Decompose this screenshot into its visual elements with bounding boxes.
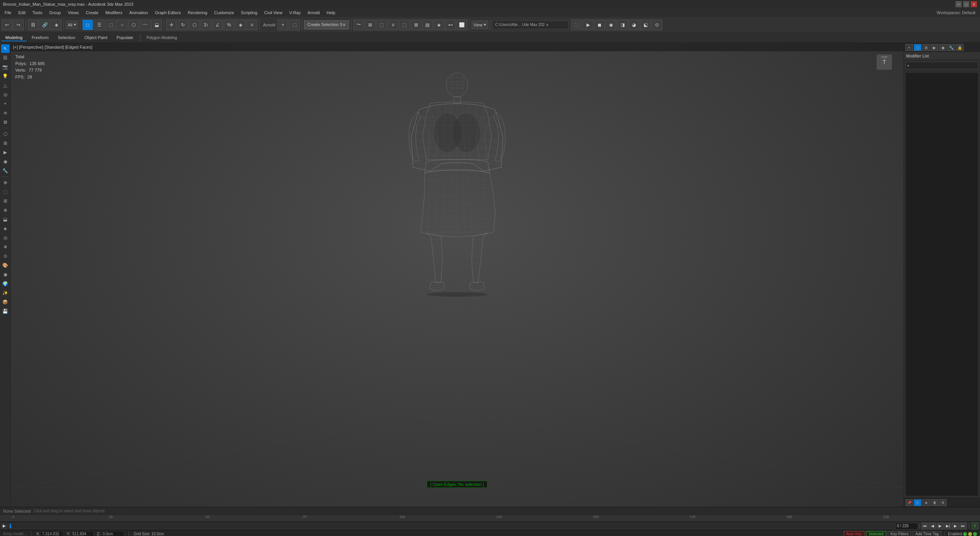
right-tab-create[interactable]: + xyxy=(905,44,913,51)
right-tab-lock[interactable]: 🔒 xyxy=(956,44,964,51)
redo-button[interactable]: ↪ xyxy=(13,20,24,30)
next-frame-button[interactable]: ▶ xyxy=(952,523,959,529)
tool-extra2[interactable]: ⊷ xyxy=(445,20,456,30)
mode-dropdown[interactable]: All ▾ xyxy=(66,21,78,29)
snap-toggle-button[interactable]: 3↕ xyxy=(201,20,211,30)
frame-counter[interactable]: 0 / 225 xyxy=(895,523,918,529)
menu-customize[interactable]: Customize xyxy=(211,10,237,16)
environment-effects[interactable]: 🌍 xyxy=(1,279,10,288)
object-color[interactable]: 🎨 xyxy=(1,261,10,270)
tool-align[interactable]: ≡ xyxy=(388,20,399,30)
tool-layer[interactable]: ▤ xyxy=(422,20,433,30)
select-link-button[interactable]: ⛓ xyxy=(28,20,39,30)
geometry-tool[interactable]: △ xyxy=(1,81,10,90)
key-filters-button[interactable]: Key Filters xyxy=(888,531,911,536)
percent-snap-button[interactable]: % xyxy=(224,20,234,30)
wire-color[interactable]: ◉ xyxy=(1,270,10,279)
add-time-tag-button[interactable]: Add Time Tag xyxy=(913,531,941,536)
motion-panel[interactable]: ▶ xyxy=(1,148,10,157)
rotate-button[interactable]: ↻ xyxy=(178,20,188,30)
hierarchy-panel[interactable]: ⊞ xyxy=(1,139,10,147)
menu-create[interactable]: Create xyxy=(83,10,101,16)
go-to-end-button[interactable]: ⏭ xyxy=(960,523,967,529)
spinner-snap-button[interactable]: ◈ xyxy=(235,20,246,30)
configure-modifier-sets-button[interactable]: ⚙ xyxy=(939,499,947,506)
menu-rendering[interactable]: Rendering xyxy=(185,10,211,16)
menu-file[interactable]: File xyxy=(2,10,15,16)
render-to-texture-button[interactable]: ◨ xyxy=(617,20,628,30)
undo-button[interactable]: ↩ xyxy=(2,20,12,30)
right-tab-hierarchy[interactable]: ⊞ xyxy=(922,44,930,51)
scene-converter-button[interactable]: ⊙ xyxy=(652,20,662,30)
make-unique-button[interactable]: ◈ xyxy=(922,499,930,506)
frame-slider[interactable] xyxy=(9,523,893,529)
tool-align2[interactable]: ⬚ xyxy=(399,20,410,30)
menu-vray[interactable]: V-Ray xyxy=(286,10,304,16)
modify-panel[interactable]: ⬡ xyxy=(1,130,10,138)
tool-extra1[interactable]: ◈ xyxy=(434,20,444,30)
array-dialog[interactable]: ⊞ xyxy=(1,197,10,205)
minimize-button[interactable]: ─ xyxy=(956,1,962,7)
render-button[interactable]: ▶ xyxy=(583,20,593,30)
play-selected-button[interactable]: ▶| xyxy=(944,523,951,529)
menu-edit[interactable]: Edit xyxy=(15,10,29,16)
select-hide[interactable]: ◎ xyxy=(1,234,10,242)
light-tool[interactable]: 💡 xyxy=(1,72,10,80)
select-region-circle-button[interactable]: ○ xyxy=(117,20,127,30)
mirror-dialog[interactable]: ⬚ xyxy=(1,188,10,196)
unlink-button[interactable]: 🔗 xyxy=(39,20,50,30)
select-move-tool[interactable]: ↖ xyxy=(1,44,10,53)
material-editor-button[interactable]: ◉ xyxy=(606,20,616,30)
render-setup-button[interactable]: ⬛ xyxy=(571,20,582,30)
scene-states[interactable]: 💾 xyxy=(1,307,10,315)
bind-space-warp-button[interactable]: ◈ xyxy=(51,20,62,30)
tool-grid[interactable]: ⊞ xyxy=(365,20,376,30)
scale-dropdown-button[interactable]: ⬡ xyxy=(189,20,200,30)
arnold-tool-2[interactable]: ⬚ xyxy=(289,20,300,30)
utilities-panel[interactable]: 🔧 xyxy=(1,167,10,175)
timeline-expand-button[interactable]: ▶ xyxy=(2,523,7,529)
menu-group[interactable]: Group xyxy=(46,10,64,16)
tool-hierarchy[interactable]: ⊠ xyxy=(411,20,421,30)
camera-tool[interactable]: 📷 xyxy=(1,63,10,71)
menu-scripting[interactable]: Scripting xyxy=(238,10,260,16)
isolate-select[interactable]: ◈ xyxy=(1,224,10,233)
viewport[interactable]: [+] [Perspective] [Standard] [Edged Face… xyxy=(11,43,903,507)
crossing-selection-button[interactable]: ⬓ xyxy=(151,20,162,30)
select-region-lasso-button[interactable]: 〰 xyxy=(140,20,150,30)
play-button[interactable]: ▶ xyxy=(937,523,944,529)
set-key-button[interactable]: K xyxy=(972,523,978,529)
system-tool[interactable]: ⊠ xyxy=(1,118,10,126)
tab-populate[interactable]: Populate xyxy=(113,34,137,41)
select-object-button[interactable]: ◻ xyxy=(82,20,93,30)
tab-selection[interactable]: Selection xyxy=(54,34,79,41)
tool-extra3[interactable]: ⬜ xyxy=(457,20,467,30)
tab-modeling[interactable]: Modeling xyxy=(2,34,26,41)
modifier-list-dropdown[interactable]: ▾ xyxy=(905,62,978,69)
menu-animation[interactable]: Animation xyxy=(126,10,151,16)
maximize-button[interactable]: □ xyxy=(963,1,969,7)
edit-named-selections-button[interactable]: ≡ xyxy=(247,20,257,30)
raytracer-settings-button[interactable]: ◕ xyxy=(629,20,639,30)
right-tab-display[interactable]: ◉ xyxy=(939,44,947,51)
pin-stack-button[interactable]: 📌 xyxy=(905,499,913,506)
move-button[interactable]: ✛ xyxy=(166,20,177,30)
spacewarp-tool[interactable]: ≋ xyxy=(1,109,10,117)
asset-tracking[interactable]: 📦 xyxy=(1,298,10,306)
link-tool[interactable]: ⛓ xyxy=(1,54,10,62)
menu-views[interactable]: Views xyxy=(65,10,82,16)
display-panel[interactable]: ◉ xyxy=(1,157,10,166)
x-value[interactable]: 7,314.032 xyxy=(41,531,64,536)
select-region-fence-button[interactable]: ⬡ xyxy=(128,20,139,30)
go-to-start-button[interactable]: ⏮ xyxy=(921,523,928,529)
create-selection-button[interactable]: Create Selection S∨ xyxy=(304,20,349,29)
close-button[interactable]: ✕ xyxy=(971,1,977,7)
right-tab-motion[interactable]: ▶ xyxy=(931,44,938,51)
select-region-rect-button[interactable]: ⬚ xyxy=(105,20,116,30)
tab-object-paint[interactable]: Object Paint xyxy=(81,34,111,41)
video-post-button[interactable]: ⬕ xyxy=(640,20,651,30)
right-tab-modify[interactable]: ⬡ xyxy=(914,44,921,51)
remove-modifier-button[interactable]: 🗑 xyxy=(931,499,938,506)
menu-help[interactable]: Help xyxy=(323,10,338,16)
view-dropdown[interactable]: View ▾ xyxy=(472,21,488,29)
